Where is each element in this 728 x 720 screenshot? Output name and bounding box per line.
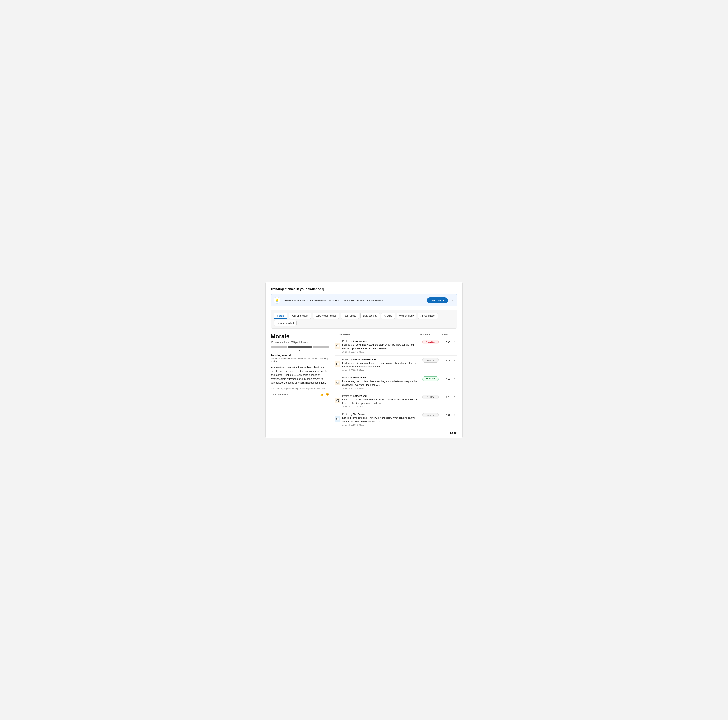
sentiment-badge: Negative	[422, 340, 439, 344]
conversation-body: Posted by Tim Deboer Noticing some tensi…	[342, 413, 419, 426]
conversation-right: Neutral 477 ↗	[421, 358, 457, 362]
learn-more-button[interactable]: Learn more	[427, 297, 448, 303]
table-row: 💬 Posted by Tim Deboer Noticing some ten…	[335, 410, 457, 429]
conversation-action[interactable]: ↗	[451, 359, 457, 362]
ai-disclaimer: The summary is generated by AI and may n…	[271, 387, 329, 390]
conversation-text: Feeling a bit disconnected from the team…	[342, 361, 419, 368]
conversation-author: Posted by Astrid Wong	[342, 395, 419, 397]
conversation-author: Posted by Tim Deboer	[342, 413, 419, 416]
conversation-icon: 💬	[335, 343, 340, 349]
triangle-indicator: ▲	[271, 349, 329, 352]
lightbulb-icon: 💡	[275, 299, 279, 302]
conversation-body: Posted by Lawrence Gilbertson Feeling a …	[342, 358, 419, 371]
conversation-date: June 14, 2023, 9:34 AM	[342, 405, 419, 408]
theme-chip-ai-job-impact[interactable]: AI Job Impact	[418, 313, 438, 319]
sentiment-bar	[271, 346, 329, 348]
theme-chip-data-security[interactable]: Data security	[360, 313, 380, 319]
ai-banner: 💡 Themes and sentiment are powered by AI…	[271, 294, 457, 306]
conversation-text: Lately, I've felt frustrated with the la…	[342, 398, 419, 405]
conversation-views: 376	[440, 396, 451, 398]
conversation-views: 589	[440, 341, 451, 344]
thumbs-down-button[interactable]: 👎	[326, 393, 329, 396]
theme-chip-hacking-incident[interactable]: Hacking incident	[274, 320, 297, 326]
conversation-right: Neutral 376 ↗	[421, 395, 457, 399]
sentiment-bar-container: ▲	[271, 346, 329, 352]
col-header-action	[450, 333, 457, 336]
conversation-views: 352	[440, 414, 451, 417]
sentiment-badge: Neutral	[422, 413, 439, 417]
ai-generated-label: AI-generated	[275, 393, 288, 396]
summary-text: Your audience is sharing their feelings …	[271, 365, 329, 385]
theme-chip-morale[interactable]: Morale	[274, 313, 287, 319]
next-label: Next	[450, 431, 456, 434]
theme-chip-supply-chain-issues[interactable]: Supply chain issues	[313, 313, 339, 319]
theme-chip-wellness-day[interactable]: Wellness Day	[396, 313, 416, 319]
conversation-text: Feeling a bit down lately about the team…	[342, 343, 419, 350]
conversation-icon: 💬	[335, 361, 340, 367]
topic-meta: 15 conversations • 275 participants	[271, 341, 329, 344]
col-header-sentiment: Sentiment	[413, 333, 436, 336]
ai-generated-badge: ✦ AI-generated	[271, 393, 289, 397]
participants-count: 275 participants	[291, 341, 307, 344]
sentiment-badge: Neutral	[422, 358, 439, 362]
page-title: Trending themes in your audience	[271, 287, 321, 291]
conversation-text: Love seeing the positive vibes spreading…	[342, 379, 419, 387]
conversations-list: 💬 Posted by Amy Nguyen Feeling a bit dow…	[335, 337, 457, 429]
table-row: 💬 Posted by Lydia Bauer Love seeing the …	[335, 374, 457, 392]
topic-title: Morale	[271, 333, 329, 340]
right-panel: Conversations Sentiment Views ↓ 💬 Posted…	[335, 333, 457, 434]
conversation-body: Posted by Amy Nguyen Feeling a bit down …	[342, 340, 419, 353]
themes-bar: MoraleYear end resultsSupply chain issue…	[271, 310, 457, 329]
negative-bar-segment	[271, 346, 287, 348]
conversation-action[interactable]: ↗	[451, 414, 457, 417]
next-button[interactable]: Next ›	[335, 431, 457, 434]
conversation-action[interactable]: ↗	[451, 377, 457, 380]
neutral-bar-segment	[288, 346, 312, 348]
banner-close-button[interactable]: ×	[451, 298, 454, 303]
positive-bar-segment	[313, 346, 329, 348]
thumbs-up-button[interactable]: 👍	[320, 393, 324, 396]
theme-chip-ai-bugs[interactable]: AI Bugs	[381, 313, 395, 319]
conversation-icon: 💬	[335, 398, 340, 404]
conversation-date: June 14, 2023, 9:34 AM	[342, 369, 419, 371]
col-header-conversations: Conversations	[335, 333, 413, 336]
conversation-date: June 14, 2023, 9:34 AM	[342, 387, 419, 390]
conversation-icon: 💬	[335, 380, 340, 385]
conversation-author: Posted by Lydia Bauer	[342, 376, 419, 379]
left-panel: Morale 15 conversations • 275 participan…	[271, 333, 329, 434]
theme-chip-year-end-results[interactable]: Year end results	[289, 313, 311, 319]
conversation-action[interactable]: ↗	[451, 341, 457, 344]
conversation-right: Neutral 352 ↗	[421, 413, 457, 417]
conversation-text: Noticing some tension brewing within the…	[342, 416, 419, 423]
conversations-count: 15 conversations	[271, 341, 289, 344]
table-header: Conversations Sentiment Views ↓	[335, 333, 457, 337]
ai-banner-text: Themes and sentiment are powered by AI. …	[283, 299, 425, 302]
trending-sublabel: Sentiment across conversations with this…	[271, 358, 329, 362]
main-content: Morale 15 conversations • 275 participan…	[271, 333, 457, 434]
conversation-views: 477	[440, 359, 451, 362]
conversation-author: Posted by Amy Nguyen	[342, 340, 419, 342]
info-icon[interactable]: i	[322, 287, 325, 290]
conversation-right: Negative 589 ↗	[421, 340, 457, 344]
page-title-row: Trending themes in your audience i	[271, 287, 457, 291]
conversation-body: Posted by Astrid Wong Lately, I've felt …	[342, 395, 419, 408]
conversation-body: Posted by Lydia Bauer Love seeing the po…	[342, 376, 419, 390]
table-row: 💬 Posted by Astrid Wong Lately, I've fel…	[335, 392, 457, 410]
table-row: 💬 Posted by Amy Nguyen Feeling a bit dow…	[335, 337, 457, 356]
conversation-right: Positive 413 ↗	[421, 376, 457, 381]
sentiment-badge: Neutral	[422, 395, 439, 399]
col-header-views: Views ↓	[436, 333, 450, 336]
main-card: Trending themes in your audience i 💡 The…	[265, 282, 463, 438]
conversation-views: 413	[440, 378, 451, 380]
conversation-date: June 14, 2023, 9:34 AM	[342, 351, 419, 353]
conversation-author: Posted by Lawrence Gilbertson	[342, 358, 419, 361]
conversation-date: June 14, 2023, 9:34 AM	[342, 424, 419, 426]
sentiment-badge: Positive	[422, 376, 439, 381]
conversation-action[interactable]: ↗	[451, 396, 457, 398]
conversation-icon: 💬	[335, 416, 340, 422]
ai-generated-row: ✦ AI-generated 👍 👎	[271, 393, 329, 397]
next-chevron-icon: ›	[456, 431, 457, 434]
theme-chip-team-offsite[interactable]: Team offsite	[341, 313, 359, 319]
ai-banner-icon: 💡	[274, 297, 280, 304]
trending-label: Trending neutral	[271, 354, 329, 357]
